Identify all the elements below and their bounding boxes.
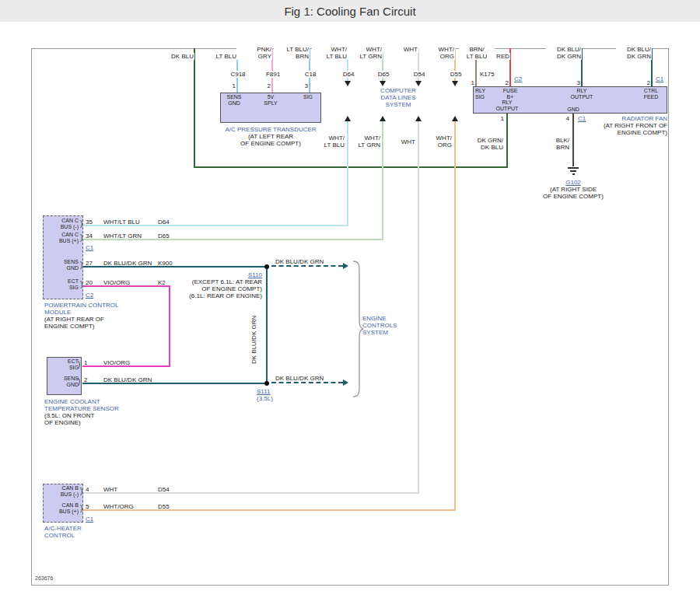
pcm-pin-20: 20 bbox=[86, 279, 95, 286]
transducer-location: (AT LEFT REAR OF ENGINE COMPT) bbox=[220, 133, 321, 147]
fan-pin-2-c1: 2 bbox=[641, 79, 650, 86]
pin-connector-icon bbox=[78, 378, 80, 386]
wire-label-brn-lt-blu: BRN/ LT BLU bbox=[459, 46, 495, 60]
pin-connector-icon bbox=[80, 488, 82, 495]
wire-label-pnk-gry: PNK/ GRY bbox=[236, 46, 272, 60]
pcm-pin-label-can-c-minus: CAN C BUS (-) bbox=[44, 218, 79, 230]
ach-name[interactable]: A/C-HEATER CONTROL bbox=[44, 525, 122, 539]
splice-s110-id[interactable]: S110 bbox=[169, 271, 262, 278]
wire-label-wht-lower: WHT bbox=[384, 138, 415, 145]
wire-wht-org-vertical bbox=[454, 121, 456, 511]
ach-connector-c1[interactable]: C1 bbox=[86, 516, 93, 523]
splice-s110-notes: (EXCEPT 6.1L: AT REAR OF ENGINE COMPT) (… bbox=[169, 278, 262, 299]
wire-label-ect-vio-org: VIO/ORG bbox=[103, 359, 130, 366]
right-arrow-icon bbox=[343, 263, 348, 269]
wire-label-dk-grn-dk-blu: DK GRN/ DK BLU bbox=[469, 137, 503, 151]
circuit-d64: D64 bbox=[158, 219, 170, 226]
wire-label-pcm-vio-org: VIO/ORG bbox=[103, 279, 130, 286]
wire-label-ach-wht: WHT bbox=[103, 486, 117, 493]
figure-title-bar: Fig 1: Cooling Fan Circuit bbox=[0, 0, 700, 22]
splice-s111-id[interactable]: S111 bbox=[257, 388, 271, 395]
fan-pin-label-rly-sig: RLY SIG bbox=[475, 88, 495, 100]
transducer-name[interactable]: A/C PRESSURE TRANSDUCER bbox=[220, 126, 321, 133]
pin-connector-icon bbox=[80, 261, 82, 269]
wire-label-dk-blu-dk-grn-ctrl: DK BLU/ DK GRN bbox=[616, 46, 652, 60]
engine-controls-system-label[interactable]: ENGINE CONTROLS SYSTEM bbox=[362, 315, 409, 336]
transducer-pin-3: 3 bbox=[299, 82, 308, 89]
wire-label-s111-branch: DK BLU/DK GRN bbox=[275, 375, 324, 382]
down-arrow-icon bbox=[415, 81, 422, 86]
up-arrow-icon bbox=[452, 116, 458, 121]
ach-pin-label-can-b-plus: CAN B BUS (+) bbox=[44, 502, 79, 515]
pcm-pin-27: 27 bbox=[86, 260, 95, 267]
circuit-d54: D54 bbox=[158, 486, 170, 493]
ach-pin-label-can-b-minus: CAN B BUS (-) bbox=[44, 485, 79, 498]
wire-rly-output-vertical bbox=[506, 114, 508, 168]
wire-label-pcm-wht-lt-blu: WHT/LT BLU bbox=[103, 219, 140, 226]
wire-label-ach-wht-org: WHT/ORG bbox=[103, 503, 134, 510]
ground-location: (AT RIGHT SIDE OF ENGINE COMPT) bbox=[541, 186, 606, 200]
wire-label-dk-blu: DK BLU bbox=[159, 53, 194, 60]
connector-d64: D64 bbox=[336, 71, 361, 78]
diagram-number: 263676 bbox=[35, 575, 53, 581]
fan-connector-c2[interactable]: C2 bbox=[513, 75, 523, 82]
wire-label-blk-brn: BLK/ BRN bbox=[535, 137, 569, 151]
pin-connector-icon bbox=[80, 281, 82, 289]
wire-blk-brn-ground bbox=[572, 114, 574, 166]
ach-pin-5: 5 bbox=[86, 503, 95, 510]
wire-label-ect-dk-blu-dk-grn: DK BLU/DK GRN bbox=[103, 376, 152, 383]
fan-bottom-pin-4: 4 bbox=[560, 115, 569, 122]
connector-d55: D55 bbox=[443, 71, 468, 78]
ect-pin-1: 1 bbox=[84, 359, 93, 366]
s111-branch-dashed-wire bbox=[271, 382, 343, 383]
circuit-k900: K900 bbox=[158, 260, 173, 267]
up-arrow-icon bbox=[345, 116, 351, 121]
connector-d54: D54 bbox=[407, 71, 432, 78]
wire-label-wht-lt-blu-top: WHT/ LT BLU bbox=[312, 46, 348, 60]
wire-label-dk-blu-dk-grn-rly: DK BLU/ DK GRN bbox=[546, 46, 582, 60]
wire-dk-blu-vertical bbox=[194, 48, 195, 168]
wire-label-wht-lt-blu-lower: WHT/ LT BLU bbox=[313, 135, 345, 149]
ect-pin-2: 2 bbox=[84, 376, 93, 383]
fan-pin-3: 3 bbox=[571, 79, 580, 86]
ect-sensor-location: (3.5L: ON FRONT OF ENGINE) bbox=[44, 412, 138, 426]
computer-data-lines-system-label[interactable]: COMPUTER DATA LINES SYSTEM bbox=[375, 87, 422, 108]
pcm-name[interactable]: POWERTRAIN CONTROL MODULE bbox=[44, 302, 138, 316]
connector-c918: C918 bbox=[226, 71, 250, 78]
ground-icon bbox=[565, 166, 581, 177]
transducer-pin-label-sig: SIG bbox=[296, 94, 320, 100]
s110-branch-dashed-wire bbox=[271, 265, 343, 267]
fan-connector-c1-top[interactable]: C1 bbox=[655, 75, 664, 82]
fan-pin-label-ctrl-feed: CTRL FEED bbox=[638, 88, 664, 100]
wire-wht-org-horizontal bbox=[82, 509, 456, 511]
wire-wht-vertical bbox=[418, 121, 419, 494]
transducer-pin-label-5v-sply: 5V SPLY bbox=[259, 94, 282, 107]
wire-label-red: RED bbox=[495, 53, 510, 60]
wire-label-wht-lt-grn-top: WHT/ LT GRN bbox=[347, 46, 383, 60]
splice-s111-dot bbox=[264, 381, 269, 386]
transducer-pin-1: 1 bbox=[226, 82, 236, 89]
radiator-fan-name[interactable]: RADIATOR FAN bbox=[576, 115, 667, 122]
pcm-connector-c1[interactable]: C1 bbox=[86, 244, 93, 251]
up-arrow-icon bbox=[380, 116, 386, 121]
wire-label-trunk-vertical: DK BLU/DK GRN bbox=[250, 300, 257, 364]
wire-wht-horizontal bbox=[82, 492, 419, 494]
wire-wht-lt-blu-vertical bbox=[347, 121, 348, 226]
pcm-pin-34: 34 bbox=[86, 233, 95, 240]
wire-label-pcm-wht-lt-grn: WHT/LT GRN bbox=[103, 233, 142, 240]
splice-s110-dot bbox=[264, 264, 269, 269]
fan-pin-label-fuse-b: FUSE B+ bbox=[499, 88, 522, 100]
fan-bottom-pin-1: 1 bbox=[495, 115, 504, 122]
pcm-location: (AT RIGHT REAR OF ENGINE COMPT) bbox=[44, 316, 138, 330]
down-arrow-icon bbox=[452, 81, 458, 86]
pcm-connector-c2[interactable]: C2 bbox=[86, 292, 93, 299]
down-arrow-icon bbox=[345, 81, 351, 86]
wire-label-wht-org-top: WHT/ ORG bbox=[419, 46, 455, 60]
wiring-diagram-page: Fig 1: Cooling Fan Circuit bbox=[0, 0, 700, 605]
transducer-pin-2: 2 bbox=[261, 82, 271, 89]
ect-sensor-name[interactable]: ENGINE COOLANT TEMPERATURE SENSOR bbox=[44, 398, 138, 412]
ground-id[interactable]: G102 bbox=[554, 179, 593, 186]
ect-pin-label-sig: ECT SIG bbox=[48, 358, 79, 371]
wire-label-pcm-dk-blu-dk-grn: DK BLU/DK GRN bbox=[103, 260, 152, 267]
connector-f891: F891 bbox=[261, 71, 285, 78]
